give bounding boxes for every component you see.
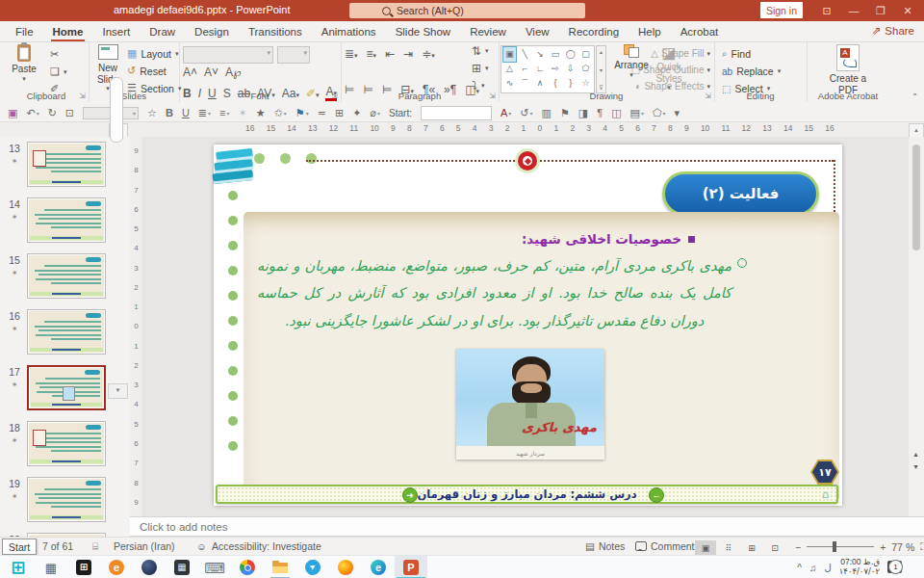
normal-view-button[interactable]: ▣ [695,540,716,555]
addin-pilcrow-icon[interactable]: ¶ [597,108,603,118]
next-slide-button[interactable]: ▼ [912,463,919,470]
tab-review[interactable]: Review [460,21,516,41]
bullets-button[interactable]: ≣▾ [345,47,358,61]
addin-bullet-list-icon[interactable]: ≣▾ [198,108,211,118]
slide-thumbnail-16[interactable]: 16✶ [0,304,130,360]
slide-thumbnail-preview[interactable] [27,253,106,299]
martyr-portrait-photo[interactable]: مهدی باکری سردار شهید [456,349,604,460]
addin-flag-icon[interactable]: ⚑▾ [295,108,309,118]
addin-star-outline-icon[interactable]: ☆ [147,108,157,118]
addin-send-back-icon[interactable]: ◨ [578,108,588,118]
shape-icon[interactable]: ↘ [534,47,547,62]
canvas-scroll-up-button[interactable]: ▲ [909,123,924,138]
layout-button[interactable]: ▦Layout▾ [127,47,178,60]
addin-no-fill-icon[interactable]: ⌀▾ [370,108,380,118]
addin-history-icon[interactable]: ↺▾ [520,108,532,118]
ribbon-display-options-button[interactable]: ⊡ [813,0,840,21]
slide-heading[interactable]: خصوصیات اخلاقی شهید: [522,231,695,247]
shape-icon[interactable]: ☆ [579,76,592,91]
search-box[interactable]: Search (Alt+Q) [349,3,585,18]
font-size-select[interactable] [277,46,310,64]
canvas-scrollbar[interactable]: ▲ ▼ [909,137,924,516]
align-text-button[interactable]: ⊞▾ [472,62,489,75]
tray-language-icon[interactable]: ﻝ [824,563,831,573]
firefox-app[interactable] [329,556,362,578]
numbering-button[interactable]: ≡▾ [367,47,377,61]
create-pdf-button[interactable]: Create a PDF [824,44,872,95]
calculator-app[interactable]: ▦ [166,556,198,578]
addin-table-grid-icon[interactable]: ⊞ [335,108,344,118]
shape-icon[interactable]: ▣ [503,47,516,62]
tab-view[interactable]: View [516,21,559,41]
addin-shape-fill-icon[interactable]: ⬠▾ [653,108,666,118]
slide-thumbnail-15[interactable]: 15✶ [0,249,130,304]
current-slide[interactable]: فعالیت (۲) خصوصیات اخلاقی شهید: مهدی باک… [214,144,842,506]
decrease-indent-button[interactable]: ⇤ [385,47,395,61]
slide-title-badge[interactable]: فعالیت (۲) [662,171,819,216]
chrome-app[interactable] [231,556,264,578]
slide-thumbnail-preview[interactable] [27,309,106,355]
next-arrow-button[interactable]: ➜ [402,487,418,503]
paste-button[interactable]: Paste▾ [8,44,40,83]
addin-picture-icon[interactable]: ▤▾ [630,108,644,118]
shape-icon[interactable]: ∧ [534,76,547,91]
previous-slide-button[interactable]: ▲ [912,451,919,458]
shape-icon[interactable]: ◯ [564,47,577,62]
slide-footer-strip[interactable]: درس ششم: مردان مبارز و زنان قهرمان ➜ ← ⌂ [216,485,838,504]
shape-icon[interactable]: ⇨ [549,62,561,76]
addin-underline-icon[interactable]: U [182,108,190,118]
comments-toggle[interactable]: Comments [635,540,700,552]
shape-outline-button[interactable]: ▢Shape Outline▾ [631,65,710,75]
shape-icon[interactable]: ▭ [549,47,561,62]
addin-align-distribute-icon[interactable]: ≂ [318,108,326,118]
keyboard-app[interactable]: ⌨ [198,556,231,578]
shape-gallery-scrollbar[interactable]: ▴▾⊽ [596,45,606,93]
reset-button[interactable]: ↺Reset [127,65,167,77]
drawing-dialog-launcher[interactable]: ⇲ [705,92,711,100]
clear-formatting-button[interactable]: A℘ [225,66,241,79]
zoom-slider-thumb[interactable] [833,541,836,552]
thumbnail-scrollbar-thumb[interactable] [110,77,123,143]
addin-overflow-icon[interactable]: ▾ [675,108,680,118]
zoom-level[interactable]: 77 % [891,541,914,553]
shape-icon[interactable]: ▢ [579,47,592,62]
slide-sorter-view-button[interactable]: ⠿ [718,540,739,555]
canvas-scrollbar-thumb[interactable] [912,144,920,250]
tray-audio-icon[interactable]: ♫ [809,563,817,573]
addin-save-icon[interactable]: ▣ [8,108,17,118]
shape-icon[interactable]: △ [503,62,516,76]
display-settings-icon[interactable]: ⌸ [92,540,98,553]
addin-sparkle-star-icon[interactable]: ✦ [352,108,361,118]
task-view-button[interactable]: ▦ [35,556,67,578]
font-dialog-launcher[interactable]: ⇲ [331,92,338,100]
slide-thumbnail-20[interactable]: 20✶ [0,528,130,537]
addin-undo-icon[interactable]: ↶▾ [26,108,38,118]
store-app[interactable]: ⊞ [67,556,100,578]
addin-star-solid-icon[interactable]: ★ [256,108,266,118]
zoom-out-button[interactable]: − [795,541,801,553]
fit-to-window-button[interactable]: ⛶ [920,540,924,553]
tab-acrobat[interactable]: Acrobat [671,21,729,41]
collapse-ribbon-button[interactable]: ⌃ [911,92,918,101]
hidden-icons-chevron[interactable]: ^ [797,563,802,573]
slide-body-text[interactable]: مهدی باکری مردی آرام، متین، کم حرف، صبور… [257,252,732,334]
tab-animations[interactable]: Animations [312,21,386,41]
addin-font-color-icon[interactable]: A▾ [500,108,511,118]
tab-home[interactable]: Home [43,21,93,41]
shape-fill-button[interactable]: △Shape Fill▾ [651,48,710,59]
addin-numbered-list-icon[interactable]: ≡▾ [219,108,229,118]
eitaa-app[interactable]: e [100,556,133,578]
shape-icon[interactable]: ⌒ [519,76,531,91]
close-button[interactable]: ✕ [894,0,921,21]
font-name-select[interactable] [183,46,273,64]
slide-thumbnail-13[interactable]: 13✶ [0,137,130,193]
replace-button[interactable]: abReplace▾ [722,66,781,77]
tab-design[interactable]: Design [185,21,239,41]
minimize-button[interactable]: — [840,0,867,21]
tab-insert[interactable]: Insert [92,21,140,41]
shape-icon[interactable]: ∟ [534,62,547,76]
decrease-font-size-button[interactable]: A˅ [204,66,218,79]
language-indicator[interactable]: Persian (Iran) [114,540,175,552]
increase-indent-button[interactable]: ⇥ [403,47,413,61]
line-spacing-button[interactable]: ≑▾ [422,47,435,61]
